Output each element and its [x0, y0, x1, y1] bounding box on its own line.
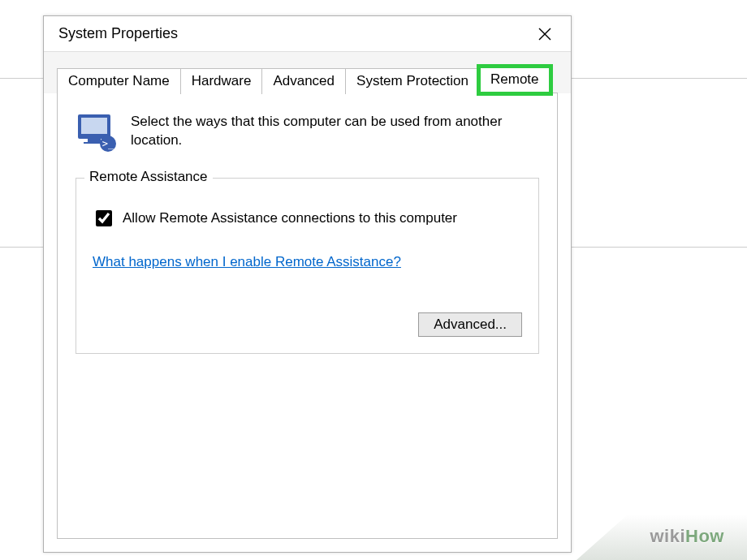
- advanced-button[interactable]: Advanced...: [418, 312, 522, 337]
- remote-computer-icon: >_: [76, 111, 119, 155]
- tab-advanced[interactable]: Advanced: [261, 68, 346, 94]
- watermark-wiki: wiki: [650, 526, 685, 546]
- allow-remote-assistance-checkbox[interactable]: [96, 210, 112, 226]
- tab-panel-remote: >_ Select the ways that this computer ca…: [57, 93, 558, 539]
- dialog-title: System Properties: [58, 25, 527, 42]
- tab-remote[interactable]: Remote: [479, 67, 551, 93]
- system-properties-dialog: System Properties Computer NameHardwareA…: [43, 15, 572, 553]
- tab-hardware[interactable]: Hardware: [180, 68, 263, 94]
- remote-assistance-help-link[interactable]: What happens when I enable Remote Assist…: [93, 254, 401, 270]
- allow-remote-assistance-checkbox-row[interactable]: Allow Remote Assistance connections to t…: [93, 208, 522, 229]
- tab-system-protection[interactable]: System Protection: [345, 68, 480, 94]
- close-button[interactable]: [527, 16, 563, 52]
- close-icon: [538, 28, 551, 41]
- titlebar: System Properties: [44, 16, 571, 52]
- svg-text:>_: >_: [102, 138, 114, 149]
- intro-text: Select the ways that this computer can b…: [131, 111, 539, 150]
- remote-assistance-group: Remote Assistance Allow Remote Assistanc…: [76, 178, 539, 354]
- watermark-how: How: [685, 526, 724, 546]
- svg-rect-4: [88, 139, 101, 142]
- svg-rect-3: [81, 118, 107, 134]
- button-row: Advanced...: [93, 312, 522, 337]
- watermark: wikiHow: [650, 526, 724, 547]
- group-title: Remote Assistance: [84, 169, 213, 185]
- tab-computer-name[interactable]: Computer Name: [57, 68, 181, 94]
- tab-strip: Computer NameHardwareAdvancedSystem Prot…: [44, 52, 571, 93]
- checkbox-label: Allow Remote Assistance connections to t…: [123, 210, 457, 226]
- intro-row: >_ Select the ways that this computer ca…: [76, 111, 539, 155]
